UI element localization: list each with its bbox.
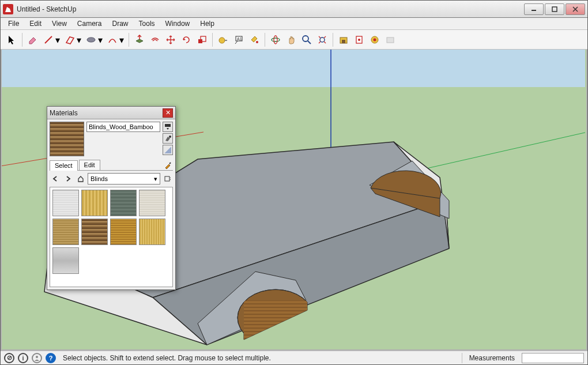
nav-back-button[interactable] [50,173,61,185]
toolbar-separator [265,33,265,47]
menu-help[interactable]: Help [195,18,220,29]
app-window: Untitled - SketchUp File Edit View Camer… [0,0,588,365]
circle-tool[interactable]: ▾ [84,32,99,47]
display-secondary-pane-button[interactable] [163,122,173,132]
material-thumb[interactable] [52,190,79,216]
measurements-field[interactable] [522,353,584,363]
materials-panel-titlebar[interactable]: Materials ✕ [47,107,175,119]
menubar: File Edit View Camera Draw Tools Window … [1,18,587,30]
materials-panel[interactable]: Materials ✕ Blinds_Wood_Bamboo Sele [47,106,176,290]
arc-tool[interactable]: ▾ [105,32,120,47]
menu-window[interactable]: Window [160,18,195,29]
viewport[interactable]: Materials ✕ Blinds_Wood_Bamboo Sele [1,50,587,351]
close-button[interactable] [566,3,585,15]
menu-edit[interactable]: Edit [24,18,47,29]
svg-point-5 [219,37,225,43]
measurements-label: Measurements [466,354,518,362]
orbit-tool[interactable] [268,32,283,47]
toolbar-separator [22,33,22,47]
status-hint: Select objects. Shift to extend select. … [59,354,458,362]
extension-tool[interactable] [367,32,382,47]
menu-view[interactable]: View [47,18,72,29]
toolbar-separator [129,33,129,47]
svg-point-10 [274,36,277,44]
window-title: Untitled - SketchUp [17,5,523,13]
help-icon[interactable] [46,353,56,363]
titlebar: Untitled - SketchUp [1,1,587,18]
svg-rect-1 [552,7,557,12]
material-thumb[interactable] [81,219,108,245]
push-pull-tool[interactable] [132,32,147,47]
material-thumb[interactable] [110,190,137,216]
tab-edit[interactable]: Edit [79,160,100,170]
details-button[interactable] [161,173,173,185]
tab-select[interactable]: Select [50,160,78,171]
toolbar: ▾ ▾ ▾ ▾ A1 [1,30,587,50]
material-name-field[interactable]: Blinds_Wood_Bamboo [86,122,160,132]
menu-camera[interactable]: Camera [72,18,107,29]
svg-point-11 [303,36,308,42]
material-thumb[interactable] [81,190,108,216]
eyedropper-button[interactable] [163,160,173,170]
material-thumb[interactable] [139,219,165,245]
eraser-tool[interactable] [25,32,40,47]
3d-warehouse-tool[interactable] [336,32,351,47]
svg-rect-35 [165,124,171,127]
menu-tools[interactable]: Tools [134,18,160,29]
svg-rect-20 [2,50,585,87]
chevron-down-icon[interactable]: ▾ [55,33,60,48]
svg-rect-14 [342,40,345,43]
svg-point-38 [36,356,38,358]
material-thumb[interactable] [52,247,79,274]
scale-tool[interactable] [194,32,209,47]
window-buttons [523,3,585,15]
chevron-down-icon[interactable]: ▾ [97,33,103,48]
nav-forward-button[interactable] [62,173,74,185]
chevron-down-icon[interactable]: ▾ [76,33,81,48]
svg-rect-37 [165,176,169,181]
create-material-button[interactable] [163,133,173,144]
svg-point-16 [358,39,360,41]
svg-point-36 [169,136,171,138]
toolbar-separator [333,33,333,47]
maximize-button[interactable] [545,3,564,15]
offset-tool[interactable] [148,32,163,47]
user-icon[interactable] [32,353,42,363]
svg-text:A1: A1 [237,37,242,41]
material-thumb[interactable] [139,190,165,216]
tape-measure-tool[interactable] [216,32,231,47]
zoom-extents-tool[interactable] [315,32,330,47]
paint-bucket-tool[interactable] [247,32,262,47]
pan-tool[interactable] [284,32,299,47]
menu-file[interactable]: File [3,18,24,29]
material-thumb[interactable] [52,219,79,245]
materials-body: Blinds_Wood_Bamboo Select Edit [47,119,175,289]
credits-icon[interactable]: i [18,353,28,363]
menu-draw[interactable]: Draw [107,18,134,29]
minimize-button[interactable] [524,3,544,15]
material-category-dropdown[interactable]: Blinds▾ [88,173,160,185]
default-material-button[interactable] [163,145,173,155]
text-tool[interactable]: A1 [231,32,246,47]
select-tool[interactable] [4,32,19,47]
zoom-tool[interactable] [299,32,314,47]
svg-point-12 [320,37,325,42]
current-material-swatch[interactable] [50,122,84,156]
move-tool[interactable] [163,32,178,47]
rectangle-tool[interactable]: ▾ [62,32,77,47]
material-category-label: Blinds [91,175,154,182]
materials-grid [50,187,173,287]
materials-nav: Blinds▾ [50,173,173,185]
material-thumb[interactable] [110,219,137,245]
rotate-tool[interactable] [179,32,194,47]
materials-close-button[interactable]: ✕ [163,108,173,118]
svg-point-18 [374,38,376,41]
geolocation-icon[interactable]: ⊘ [4,353,14,363]
layout-tool[interactable] [352,32,367,47]
chevron-down-icon[interactable]: ▾ [119,33,124,48]
materials-panel-title: Materials [50,109,163,117]
add-location-tool[interactable] [383,32,398,47]
nav-home-button[interactable] [75,173,86,185]
svg-point-2 [87,37,95,42]
line-tool[interactable]: ▾ [41,32,56,47]
